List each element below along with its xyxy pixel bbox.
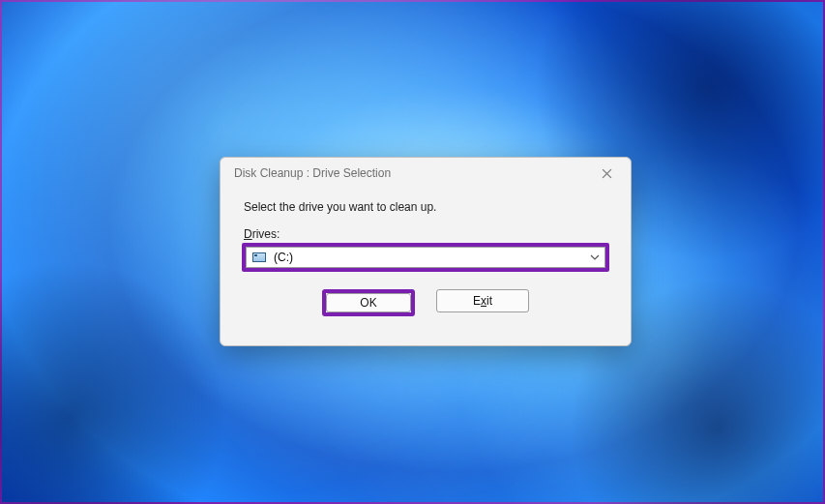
drives-label-accel: D [244,227,252,241]
dialog-body: Select the drive you want to clean up. D… [221,189,631,328]
chevron-down-icon [590,252,600,262]
drives-label: Drives: [244,227,609,241]
window-title: Disk Cleanup : Drive Selection [234,166,391,180]
drive-select[interactable]: (C:) [246,247,605,268]
annotation-highlight-dropdown: (C:) [242,243,609,272]
title-bar: Disk Cleanup : Drive Selection [221,158,631,189]
ok-button[interactable]: OK [326,293,411,312]
drives-label-rest: rives: [252,227,280,241]
annotation-highlight-ok: OK [322,289,415,316]
dialog-button-row: OK Exit [242,289,609,316]
ok-button-label: OK [360,296,376,310]
close-button[interactable] [590,161,623,186]
instruction-text: Select the drive you want to clean up. [244,200,609,214]
drive-icon [252,252,266,262]
desktop-screenshot: Disk Cleanup : Drive Selection Select th… [0,0,825,504]
disk-cleanup-dialog: Disk Cleanup : Drive Selection Select th… [220,157,632,346]
exit-button[interactable]: Exit [436,289,529,312]
exit-button-label: Exit [473,294,492,308]
drive-select-value: (C:) [274,251,293,264]
close-icon [602,168,612,179]
